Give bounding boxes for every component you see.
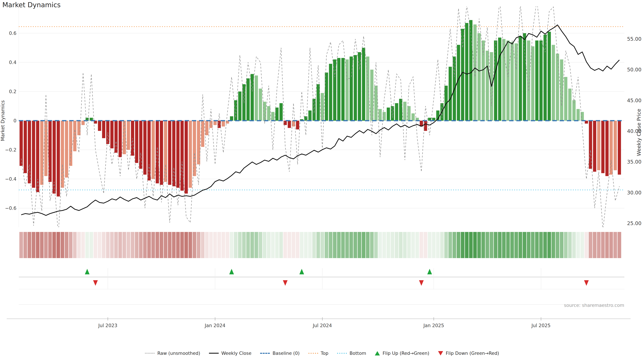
right-axis-tick-label: 25.00 [627,220,642,226]
heatmap-cell [354,232,357,258]
heatmap-cell [172,232,176,258]
dynamics-bar [160,121,163,185]
heatmap-cell [457,232,460,258]
heatmap-cell [188,232,192,258]
dynamics-bar [114,121,118,153]
heatmap-cell [399,232,403,258]
dynamics-bar [564,77,567,121]
dynamics-bar [176,121,180,188]
heatmap-cell [209,232,213,258]
dash-blue-legend-icon [260,353,270,354]
dynamics-bar [370,70,374,121]
right-axis-tick-label: 55.00 [627,36,642,42]
dynamics-bar [539,40,542,121]
heatmap-cell [576,232,580,258]
dynamics-bar [593,121,596,172]
heatmap-cell [271,232,275,258]
dynamics-bar [548,32,551,121]
right-axis-tick-label: 45.00 [627,97,642,103]
heatmap-cell [48,232,52,258]
left-axis-tick-label: 0.2 [9,89,16,94]
heatmap-cell [197,232,200,258]
heatmap-cell [531,232,535,258]
heatmap-cell [366,232,370,258]
heatmap-cell [609,232,613,258]
heatmap-cell [122,232,126,258]
heatmap-cell [486,232,489,258]
dynamics-bar [296,121,299,129]
heatmap-cell [329,232,332,258]
heatmap-cell [36,232,40,258]
dynamics-bar [205,121,208,135]
heatmap-cell [56,232,60,258]
dynamics-bar [510,42,514,121]
dynamics-bar [486,51,489,121]
solid-black-legend-icon [209,353,219,354]
dynamics-bar [230,116,233,121]
heatmap-cell [407,232,411,258]
chart-canvas: 0.60.40.20−0.2−0.4−0.6Market Dynamics55.… [0,0,644,362]
legend-label: Bottom [350,351,366,356]
dynamics-bar [354,55,357,121]
dynamics-bar [378,109,382,121]
heatmap-cell [254,232,258,258]
heatmap-cell [568,232,572,258]
dynamics-bar [618,121,621,175]
dynamics-bar [65,121,68,177]
dynamics-bar [556,54,559,121]
dynamics-bar [544,35,547,121]
dot-cyan-legend-icon [337,353,347,354]
heatmap-cell [201,232,204,258]
heatmap-cell [502,232,506,258]
legend-label: Top [321,351,328,356]
dynamics-bar [519,36,522,121]
dynamics-bar [189,121,192,188]
heatmap-cell [52,232,56,258]
heatmap-cell [580,232,584,258]
heatmap-cell [267,232,270,258]
dynamics-bar [572,100,576,121]
flip-up-marker [427,269,432,274]
heatmap-cell [436,232,440,258]
heatmap-cell [279,232,283,258]
heatmap-cell [213,232,217,258]
flip-down-marker [283,280,288,286]
dynamics-bar [222,121,225,126]
heatmap-cell [465,232,468,258]
dynamics-bar [73,121,76,151]
heatmap-cell [60,232,64,258]
right-axis-tick-label: 50.00 [627,67,642,72]
dynamics-bar [395,103,398,121]
dynamics-bar [407,106,410,121]
heatmap-cell [32,232,36,258]
heatmap-cell [494,232,498,258]
dynamics-bar [610,121,613,175]
heatmap-cell [386,232,390,258]
source-note: source: sharemaestro.com [564,303,624,308]
dynamics-bar [333,59,336,121]
heatmap-cell [143,232,147,258]
dynamics-bar [118,121,122,157]
dynamics-bar [465,23,468,121]
tri-down-legend-icon [438,351,443,356]
legend-item: Flip Down (Green→Red) [438,351,499,356]
heatmap-cell [131,232,134,258]
dynamics-bar [482,40,485,121]
heatmap-cell [477,232,481,258]
dynamics-bar [614,121,617,170]
heatmap-cell [180,232,184,258]
heatmap-cell [337,232,341,258]
heatmap-cell [514,232,518,258]
heatmap-cell [597,232,600,258]
heatmap-cell [40,232,44,258]
legend-item: Top [308,351,328,356]
dynamics-bar [399,99,402,121]
dynamics-bar [568,89,572,121]
dynamics-bar [139,121,142,169]
heatmap-cell [440,232,444,258]
heatmap-cell [284,232,287,258]
left-axis-title: Market Dynamics [0,100,6,141]
dynamics-bar [82,121,85,125]
heatmap-cell [156,232,159,258]
dynamics-bar [552,45,555,121]
